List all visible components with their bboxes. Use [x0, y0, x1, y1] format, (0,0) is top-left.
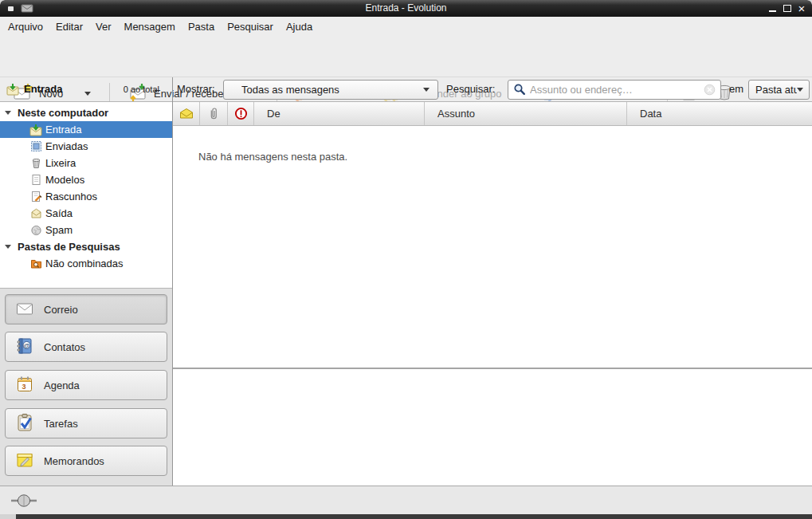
svg-text:@: @ [23, 342, 29, 349]
chevron-down-icon [423, 88, 430, 92]
search-scope-value: Pasta atual [755, 84, 797, 96]
memos-icon [15, 450, 34, 472]
bottom-edge [0, 514, 812, 519]
folder-label: Entrada [45, 124, 82, 136]
priority-icon [234, 107, 248, 120]
folder-label: Rascunhos [45, 191, 97, 202]
folder-modelos[interactable]: Modelos [0, 171, 172, 188]
show-filter-combo[interactable]: Todas as mensagens [223, 80, 438, 100]
menu-pasta[interactable]: Pasta [182, 17, 221, 37]
calendar-icon: 3 [15, 375, 34, 396]
column-label: Assunto [437, 108, 475, 120]
spam-folder-icon [29, 224, 42, 237]
column-data[interactable]: Data [627, 102, 812, 125]
clear-icon[interactable] [704, 84, 716, 96]
expander-icon[interactable] [5, 245, 11, 249]
evolution-window: Entrada - Evolution × Arquivo Editar Ver… [0, 0, 812, 519]
message-count: 0 ao total [76, 77, 159, 101]
folder-entrada[interactable]: Entrada [0, 121, 172, 138]
statusbar [0, 486, 812, 514]
preview-splitter[interactable] [173, 368, 812, 369]
maximize-button[interactable] [780, 0, 794, 16]
tasks-icon [15, 413, 34, 434]
menu-pesquisar[interactable]: Pesquisar [221, 17, 280, 37]
close-button[interactable]: × [794, 0, 809, 16]
sent-icon [29, 140, 42, 153]
window-title: Entrada - Evolution [0, 0, 812, 17]
folder-label: Lixeira [45, 157, 76, 169]
templates-icon [29, 174, 42, 187]
inbox-icon [6, 83, 19, 98]
shell-button-label: Agenda [44, 379, 80, 391]
menu-ver[interactable]: Ver [89, 17, 118, 37]
close-icon: × [798, 2, 806, 14]
search-box [508, 80, 721, 100]
minimize-icon [769, 10, 776, 12]
folder-label: Saída [45, 207, 73, 219]
svg-text:3: 3 [22, 382, 25, 390]
outbox-icon [29, 207, 42, 220]
search-input[interactable] [530, 84, 700, 96]
shell-button-memorandos[interactable]: Memorandos [5, 446, 167, 476]
folder-rascunhos[interactable]: Rascunhos [0, 188, 172, 205]
column-assunto[interactable]: Assunto [425, 102, 627, 125]
tree-group-label: Pastas de Pesquisas [18, 241, 120, 253]
chevron-down-icon [797, 88, 803, 92]
mail-icon [15, 299, 34, 320]
maximize-icon [783, 5, 791, 12]
message-list-pane: De Assunto Data Não há mensagens nesta p… [173, 102, 812, 486]
menu-editar[interactable]: Editar [49, 17, 89, 37]
search-in-label: em [729, 77, 743, 101]
folder-lixeira[interactable]: Lixeira [0, 155, 172, 171]
folder-enviadas[interactable]: Enviadas [0, 138, 172, 155]
folder-headerbar: Entrada 0 ao total Mostrar: Todas as men… [0, 77, 812, 102]
menu-mensagem[interactable]: Mensagem [118, 17, 182, 37]
expander-icon[interactable] [5, 111, 11, 115]
menubar: Arquivo Editar Ver Mensagem Pasta Pesqui… [0, 17, 812, 37]
search-label: Pesquisar: [446, 77, 495, 101]
column-label: De [267, 108, 280, 120]
online-status-icon[interactable] [10, 493, 38, 510]
column-read-status[interactable] [173, 102, 200, 125]
column-label: Data [640, 108, 661, 120]
show-filter-value: Todas as mensagens [241, 84, 423, 96]
tree-group-label: Neste computador [18, 107, 108, 119]
show-label: Mostrar: [177, 77, 215, 101]
column-de[interactable]: De [254, 102, 425, 125]
column-attachment[interactable] [200, 102, 228, 125]
folder-nao-combinadas[interactable]: Não combinadas [0, 255, 172, 272]
shell-button-correio[interactable]: Correio [5, 294, 167, 324]
read-status-icon [179, 108, 194, 120]
search-scope-combo[interactable]: Pasta atual [748, 80, 810, 100]
attachment-icon [208, 107, 219, 120]
current-folder-name: Entrada [24, 77, 62, 101]
shell-button-label: Contatos [44, 341, 85, 353]
folder-label: Enviadas [45, 140, 88, 152]
menu-arquivo[interactable]: Arquivo [2, 17, 49, 37]
sidebar-splitter[interactable] [172, 77, 173, 486]
tree-group-neste-computador[interactable]: Neste computador [0, 104, 172, 121]
folder-label: Modelos [45, 174, 84, 186]
search-icon [513, 83, 526, 96]
folder-label: Não combinadas [45, 258, 124, 269]
folder-spam[interactable]: Spam [0, 222, 172, 238]
menu-ajuda[interactable]: Ajuda [280, 17, 319, 37]
column-priority[interactable] [228, 102, 254, 125]
shell-button-label: Correio [44, 304, 78, 316]
titlebar[interactable]: Entrada - Evolution × [0, 0, 812, 17]
shell-button-contatos[interactable]: @ Contatos [5, 332, 167, 362]
minimize-button[interactable] [765, 0, 779, 16]
folder-tree: Neste computador Entrada Enviadas Lixeir… [0, 102, 172, 288]
drafts-icon [29, 191, 42, 203]
folder-label: Spam [45, 224, 73, 236]
shell-button-label: Memorandos [44, 455, 104, 467]
contacts-icon: @ [15, 336, 34, 358]
bottom-panel-strip [16, 514, 812, 519]
tree-group-pastas-de-pesquisas[interactable]: Pastas de Pesquisas [0, 238, 172, 255]
shell-button-agenda[interactable]: 3 Agenda [5, 370, 167, 400]
shell-button-label: Tarefas [44, 418, 78, 430]
folder-saida[interactable]: Saída [0, 205, 172, 222]
inbox-icon [29, 124, 42, 136]
shell-button-tarefas[interactable]: Tarefas [5, 408, 167, 438]
search-folder-icon [29, 258, 42, 270]
